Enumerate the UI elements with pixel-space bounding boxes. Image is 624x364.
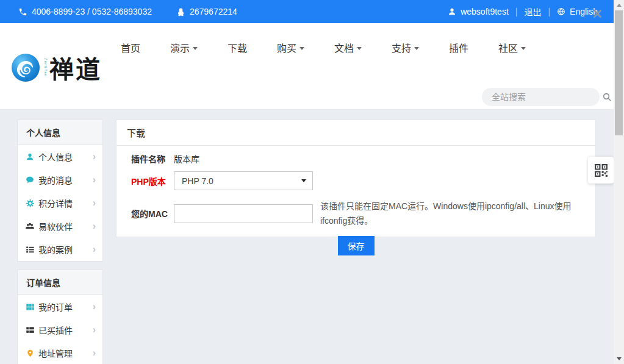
nav-item-plugins[interactable]: 插件 [449, 40, 468, 55]
gear-icon [25, 198, 35, 208]
nav-label: 演示 [170, 40, 190, 55]
chevron-down-icon [414, 47, 419, 50]
list-icon [25, 244, 35, 254]
nav-label: 社区 [498, 40, 518, 55]
nav-label: 文档 [334, 40, 354, 55]
site-search [482, 88, 600, 106]
nav-label: 购买 [277, 40, 296, 55]
phone-icon [18, 7, 27, 16]
chat-icon [25, 175, 35, 185]
nav-label: 下载 [228, 40, 247, 55]
user-account[interactable]: websoft9test [448, 7, 509, 16]
qq-icon [176, 7, 185, 16]
scrollbar-thumb[interactable] [615, 10, 623, 135]
search-input[interactable] [492, 92, 602, 102]
topbar-contacts: 4006-8899-23 / 0532-86893032 2679672214 [0, 7, 237, 16]
nav-item-demo[interactable]: 演示 [170, 40, 198, 55]
phone-contact: 4006-8899-23 / 0532-86893032 [18, 7, 152, 16]
qq-number: 2679672214 [190, 7, 237, 16]
site-header: Zen&Tao 禅道 首页 演示 下载 购买 文档 支持 插件 社区 [0, 23, 614, 110]
logo-swirl-icon [11, 53, 40, 82]
sidebar-item-label: 易软伙伴 [38, 220, 73, 232]
chevron-down-icon [299, 47, 304, 50]
nav-label: 插件 [449, 40, 468, 55]
qq-contact[interactable]: 2679672214 [176, 7, 237, 16]
sidebar: 个人信息 个人信息 › 我的消息 › [17, 120, 103, 364]
php-version-row: PHP版本 PHP 7.0 [131, 171, 581, 190]
logo-text: 禅道 [49, 50, 102, 85]
sidebar-item-label: 个人信息 [38, 151, 73, 163]
sidebar-item-points[interactable]: 积分详情 › [18, 191, 102, 215]
download-form: 插件名称 版本库 PHP版本 PHP 7.0 您的MAC 该插件只能在固定MAC… [117, 146, 595, 237]
chevron-right-icon: › [93, 302, 96, 312]
topbar-user-area: websoft9test | 退出 | English [448, 5, 614, 18]
username: websoft9test [461, 7, 509, 16]
save-button[interactable]: 保存 [338, 236, 375, 255]
chevron-right-icon: › [93, 152, 96, 162]
sidebar-item-partners[interactable]: 易软伙伴 › [18, 215, 102, 238]
sidebar-item-addresses[interactable]: 地址管理 › [18, 341, 102, 364]
sidebar-item-personal-info[interactable]: 个人信息 › [18, 145, 102, 168]
nav-item-download[interactable]: 下载 [228, 40, 247, 55]
chevron-down-icon [357, 47, 362, 50]
scroll-up-arrow-icon[interactable] [614, 0, 624, 10]
sidebar-item-label: 我的案例 [38, 243, 73, 255]
sidebar-item-bought-plugins[interactable]: 已买插件 › [18, 318, 102, 341]
php-version-label: PHP版本 [131, 175, 169, 187]
sidebar-item-label: 积分详情 [38, 197, 73, 209]
globe-icon [557, 7, 565, 16]
zentao-logo[interactable]: Zen&Tao 禅道 [11, 50, 102, 85]
grid-list-icon [25, 325, 35, 335]
phone-number: 4006-8899-23 / 0532-86893032 [32, 7, 152, 16]
plugin-name-label: 插件名称 [131, 152, 169, 165]
close-icon[interactable]: ✕ [592, 6, 603, 21]
sidebar-item-label: 已买插件 [38, 324, 73, 336]
chevron-right-icon: › [93, 244, 96, 254]
php-version-selected: PHP 7.0 [182, 176, 213, 186]
vertical-scrollbar[interactable] [614, 0, 624, 364]
nav-item-home[interactable]: 首页 [121, 40, 140, 55]
nav-item-support[interactable]: 支持 [392, 40, 419, 55]
sidebar-section-title: 订单信息 [18, 270, 102, 295]
search-icon[interactable] [602, 92, 612, 102]
table-icon [25, 302, 35, 312]
sidebar-section-title: 个人信息 [18, 120, 102, 145]
panel-title: 下载 [117, 120, 595, 146]
map-pin-icon [25, 348, 35, 358]
mac-help-text: 该插件只能在固定MAC运行。Windows使用ipconfig/all、Linu… [320, 199, 575, 228]
nav-item-docs[interactable]: 文档 [334, 40, 362, 55]
select-arrow-icon [301, 179, 306, 182]
chevron-right-icon: › [93, 221, 96, 231]
chevron-down-icon [193, 47, 198, 50]
sidebar-item-label: 我的订单 [38, 301, 73, 313]
chevron-right-icon: › [93, 348, 96, 358]
php-version-select[interactable]: PHP 7.0 [174, 171, 313, 190]
logo-subtext: Zen&Tao [44, 58, 48, 77]
mac-input[interactable] [174, 204, 313, 223]
sidebar-item-my-orders[interactable]: 我的订单 › [18, 295, 102, 318]
sidebar-item-label: 我的消息 [38, 174, 73, 186]
mac-label: 您的MAC [131, 207, 169, 219]
topbar-separator: | [548, 7, 550, 16]
scroll-down-arrow-icon[interactable] [614, 354, 624, 364]
chevron-down-icon [521, 47, 526, 50]
user-icon [25, 152, 35, 162]
qr-code-widget[interactable] [588, 157, 614, 184]
chevron-right-icon: › [93, 198, 96, 208]
sidebar-section-orders: 订单信息 我的订单 › 已买插件 › 地址管理 › 我 [17, 269, 103, 364]
plugin-name-row: 插件名称 版本库 [131, 152, 581, 165]
plugin-name-value: 版本库 [174, 152, 199, 165]
chevron-right-icon: › [93, 175, 96, 185]
nav-item-buy[interactable]: 购买 [277, 40, 304, 55]
sidebar-item-cases[interactable]: 我的案例 › [18, 238, 102, 261]
nav-item-community[interactable]: 社区 [498, 40, 526, 55]
nav-label: 首页 [121, 40, 140, 55]
logout-link[interactable]: 退出 [524, 5, 541, 18]
download-panel: 下载 插件名称 版本库 PHP版本 PHP 7.0 您的MAC 该插件只能在固定… [116, 120, 596, 237]
chevron-right-icon: › [93, 325, 96, 335]
qr-code-icon [594, 163, 609, 178]
sidebar-item-label: 地址管理 [38, 347, 73, 359]
nav-label: 支持 [392, 40, 411, 55]
sidebar-item-messages[interactable]: 我的消息 › [18, 168, 102, 191]
users-icon [25, 221, 35, 231]
